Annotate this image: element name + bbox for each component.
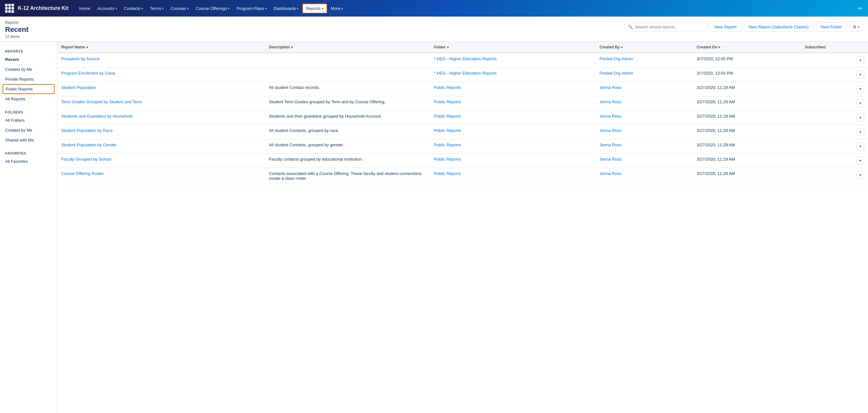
sort-report-name[interactable]: Report Name ▾ — [61, 45, 88, 50]
sidebar-item-private-reports[interactable]: Private Reports — [0, 74, 57, 84]
sidebar-item-all-favorites[interactable]: All Favorites — [0, 156, 57, 166]
nav-item-more[interactable]: More ▾ — [328, 4, 346, 13]
sort-created-by[interactable]: Created By ▾ — [599, 45, 622, 50]
nav-item-terms[interactable]: Terms ▾ — [147, 4, 167, 13]
nav-item-course-offerings[interactable]: Course Offerings ▾ — [193, 4, 233, 13]
cell-created-by: Jenna Ross — [596, 139, 693, 154]
created-by-link[interactable]: Pooled Org Admin — [599, 71, 633, 75]
nav-label-terms: Terms — [150, 6, 161, 11]
col-label-description: Description — [269, 45, 290, 50]
report-name-link[interactable]: Term Grades Grouped by Student and Term — [61, 99, 142, 104]
cell-created-on: 3/27/2020, 11:29 AM — [693, 125, 801, 139]
row-dropdown-button[interactable]: ▾ — [857, 71, 864, 78]
report-name-link[interactable]: Course Offering Roster — [61, 171, 104, 176]
created-by-link[interactable]: Jenna Ross — [599, 171, 621, 176]
report-name-link[interactable]: Prospects by Source — [61, 56, 99, 61]
settings-button[interactable]: ⚙ ▾ — [849, 22, 863, 32]
created-by-link[interactable]: Jenna Ross — [599, 85, 621, 90]
folder-link[interactable]: * HED - Higher Education Reports — [434, 56, 497, 61]
cell-report-name: Term Grades Grouped by Student and Term — [57, 96, 265, 110]
folder-link[interactable]: Public Reports — [434, 85, 461, 90]
nav-item-courses[interactable]: Courses ▾ — [167, 4, 192, 13]
row-dropdown-button[interactable]: ▾ — [857, 114, 864, 121]
sidebar-item-public-reports[interactable]: Public Reports — [3, 84, 55, 94]
sidebar-item-created-by-me-folder[interactable]: Created by Me — [0, 125, 57, 135]
created-by-link[interactable]: Jenna Ross — [599, 114, 621, 119]
row-dropdown-button[interactable]: ▾ — [857, 157, 864, 164]
new-report-button[interactable]: New Report — [710, 22, 741, 32]
row-dropdown-button[interactable]: ▾ — [857, 128, 864, 136]
report-name-link[interactable]: Students and Guardians by Household — [61, 114, 132, 119]
subheader-right: 🔍 New Report New Report (Salesforce Clas… — [624, 22, 863, 32]
nav-item-reports[interactable]: Reports ▾ — [302, 3, 327, 13]
folder-link[interactable]: Public Reports — [434, 171, 461, 176]
nav-item-program-plans[interactable]: Program Plans ▾ — [234, 4, 270, 13]
nav-item-dashboards[interactable]: Dashboards ▾ — [271, 4, 302, 13]
sidebar-item-created-by-me[interactable]: Created by Me — [0, 64, 57, 74]
cell-description — [265, 68, 430, 82]
sidebar-item-all-reports[interactable]: All Reports — [0, 94, 57, 104]
folder-link[interactable]: Public Reports — [434, 114, 461, 119]
cell-description: Contacts associated with a Course Offeri… — [265, 168, 430, 184]
cell-subscribed: ▾ — [801, 168, 868, 184]
cell-created-on: 3/27/2020, 11:29 AM — [693, 139, 801, 154]
report-name-link[interactable]: Student Population — [61, 85, 96, 90]
col-header-created-by[interactable]: Created By ▾ — [596, 42, 693, 53]
row-dropdown-button[interactable]: ▾ — [857, 171, 864, 179]
top-navigation: K-12 Architecture Kit Home Accounts ▾ Co… — [0, 0, 868, 17]
report-name-link[interactable]: Faculty Grouped by School — [61, 157, 111, 162]
sort-folder[interactable]: Folder ▾ — [434, 45, 449, 50]
cell-created-on: 3/27/2020, 11:29 AM — [693, 82, 801, 96]
col-header-report-name[interactable]: Report Name ▾ — [57, 42, 265, 53]
sidebar-reports-label: REPORTS — [0, 47, 57, 55]
nav-item-contacts[interactable]: Contacts ▾ — [121, 4, 146, 13]
sort-description[interactable]: Description ▾ — [269, 45, 293, 50]
report-name-link[interactable]: Program Enrollment by Class — [61, 71, 115, 75]
cell-created-on: 3/27/2020, 11:29 AM — [693, 168, 801, 184]
new-report-classic-button[interactable]: New Report (Salesforce Classic) — [744, 22, 813, 32]
sort-created-on[interactable]: Created On ▾ — [697, 45, 720, 50]
row-dropdown-button[interactable]: ▾ — [857, 85, 864, 93]
created-by-link[interactable]: Jenna Ross — [599, 128, 621, 133]
folder-link[interactable]: Public Reports — [434, 99, 461, 104]
edit-icon[interactable]: ✏ — [856, 3, 864, 13]
cell-description: All student Contacts, grouped by race. — [265, 125, 430, 139]
chevron-down-icon: ▾ — [322, 7, 323, 10]
row-dropdown-button[interactable]: ▾ — [857, 56, 864, 64]
created-by-link[interactable]: Jenna Ross — [599, 157, 621, 162]
page-wrapper: Reports Recent 12 items 🔍 New Report New… — [0, 17, 868, 413]
col-label-created-on: Created On — [697, 45, 717, 50]
col-label-subscribed: Subscribed — [805, 45, 826, 50]
main-body: REPORTS Recent Created by Me Private Rep… — [0, 42, 868, 413]
folder-link[interactable]: Public Reports — [434, 142, 461, 147]
nav-item-home[interactable]: Home — [76, 4, 94, 13]
row-dropdown-button[interactable]: ▾ — [857, 142, 864, 150]
cell-description: Student Term Grades grouped by Term and … — [265, 96, 430, 110]
cell-report-name: Prospects by Source — [57, 53, 265, 68]
nav-item-accounts[interactable]: Accounts ▾ — [94, 4, 120, 13]
table-row: Program Enrollment by Class * HED - High… — [57, 68, 868, 82]
sort-icon: ▾ — [621, 45, 622, 49]
col-header-created-on[interactable]: Created On ▾ — [693, 42, 801, 53]
cell-subscribed: ▾ — [801, 68, 868, 82]
sidebar-item-all-folders[interactable]: All Folders — [0, 115, 57, 125]
folder-link[interactable]: * HED - Higher Education Reports — [434, 71, 497, 75]
col-header-folder[interactable]: Folder ▾ — [430, 42, 596, 53]
table-row: Term Grades Grouped by Student and Term … — [57, 96, 868, 110]
folder-link[interactable]: Public Reports — [434, 157, 461, 162]
search-input[interactable] — [635, 25, 704, 29]
created-by-link[interactable]: Pooled Org Admin — [599, 56, 633, 61]
created-by-link[interactable]: Jenna Ross — [599, 142, 621, 147]
cell-created-by: Jenna Ross — [596, 154, 693, 168]
col-header-description[interactable]: Description ▾ — [265, 42, 430, 53]
folder-link[interactable]: Public Reports — [434, 128, 461, 133]
report-name-link[interactable]: Student Population by Gender — [61, 142, 117, 147]
sidebar-item-shared-with-me[interactable]: Shared with Me — [0, 135, 57, 145]
sort-icon: ▾ — [291, 45, 293, 49]
created-by-link[interactable]: Jenna Ross — [599, 99, 621, 104]
report-name-link[interactable]: Student Population by Race — [61, 128, 113, 133]
cell-subscribed: ▾ — [801, 110, 868, 125]
new-folder-button[interactable]: New Folder — [816, 22, 847, 32]
row-dropdown-button[interactable]: ▾ — [857, 99, 864, 107]
sidebar-item-recent[interactable]: Recent — [0, 55, 57, 64]
